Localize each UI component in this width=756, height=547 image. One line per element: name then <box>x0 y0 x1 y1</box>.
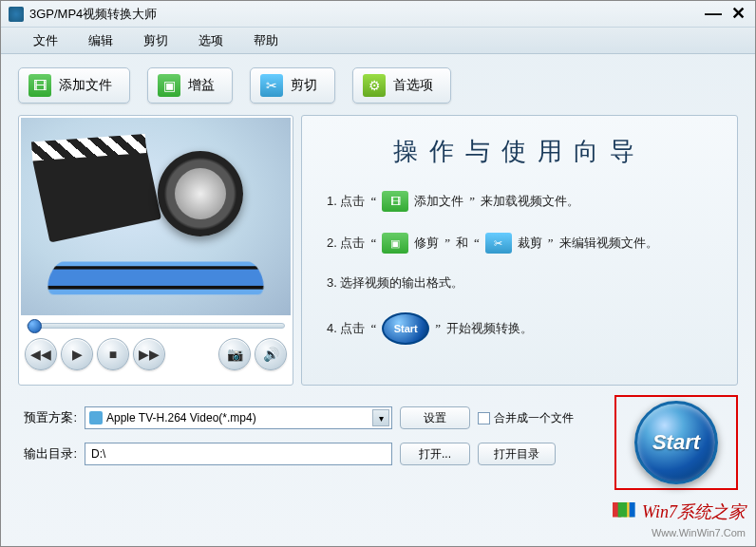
play-button[interactable]: ▶ <box>61 338 93 370</box>
cut-label: 剪切 <box>291 77 317 94</box>
scissors-icon: ✂ <box>260 74 283 97</box>
settings-button[interactable]: 设置 <box>400 406 470 429</box>
add-file-icon: 🎞 <box>28 74 51 97</box>
guide-panel: 操作与使用向导 1. 点击 “ 🎞 添加文件 ” 来加载视频文件。 2. 点击 … <box>301 115 738 386</box>
watermark: Win7系统之家 Www.WinWin7.Com <box>613 500 746 541</box>
merge-label: 合并成一个文件 <box>494 410 574 426</box>
guide-step-2: 2. 点击 “ ▣ 修剪 ” 和 “ ✂ 裁剪 ” 来编辑视频文件。 <box>327 233 712 254</box>
guide-step-1: 1. 点击 “ 🎞 添加文件 ” 来加载视频文件。 <box>327 191 712 212</box>
rewind-button[interactable]: ◀◀ <box>25 338 57 370</box>
guide-title: 操作与使用向导 <box>327 135 712 168</box>
clapperboard-graphic <box>32 136 161 243</box>
app-icon <box>9 7 24 22</box>
step1-suffix: 来加载视频文件。 <box>481 193 579 210</box>
merge-checkbox-wrap[interactable]: 合并成一个文件 <box>478 410 574 426</box>
start-button[interactable]: Start <box>634 401 718 484</box>
forward-button[interactable]: ▶▶ <box>133 338 165 370</box>
player-controls: ◀◀ ▶ ■ ▶▶ 📷 🔊 <box>21 332 291 376</box>
step1-prefix: 1. 点击 <box>327 193 365 210</box>
seek-slider[interactable] <box>27 323 285 329</box>
seek-thumb[interactable] <box>28 319 42 333</box>
step3-text: 3. 选择视频的输出格式。 <box>327 274 463 292</box>
bottom-form: 预置方案: Apple TV-H.264 Video(*.mp4) ▾ 设置 合… <box>1 386 755 465</box>
preview-image <box>21 118 291 315</box>
add-file-button[interactable]: 🎞 添加文件 <box>18 67 130 104</box>
open-button[interactable]: 打开... <box>400 443 470 465</box>
start-mini-icon: Start <box>382 312 429 345</box>
menu-options[interactable]: 选项 <box>198 32 223 49</box>
step4-prefix: 4. 点击 <box>327 320 365 337</box>
window-title: 3GP/MP4视频转换大师 <box>29 6 157 23</box>
start-highlight-box: Start <box>614 395 738 490</box>
add-file-icon: 🎞 <box>382 191 408 212</box>
titlebar: 3GP/MP4视频转换大师 — ✕ <box>1 1 755 28</box>
preset-label: 预置方案: <box>18 409 77 426</box>
preferences-label: 首选项 <box>393 77 433 94</box>
menu-file[interactable]: 文件 <box>33 32 58 49</box>
step2-suffix: 来编辑视频文件。 <box>559 235 658 252</box>
watermark-line2: Www.WinWin7.Com <box>613 525 746 541</box>
guide-step-3: 3. 选择视频的输出格式。 <box>327 274 712 292</box>
filmstrip-graphic <box>44 262 268 295</box>
cut-button[interactable]: ✂ 剪切 <box>250 67 335 104</box>
app-window: 3GP/MP4视频转换大师 — ✕ 文件 编辑 剪切 选项 帮助 🎞 添加文件 … <box>0 0 756 547</box>
toolbar: 🎞 添加文件 ▣ 增益 ✂ 剪切 ⚙ 首选项 <box>1 54 755 115</box>
step2-prefix: 2. 点击 <box>327 235 365 252</box>
merge-checkbox[interactable] <box>478 412 490 424</box>
gear-icon: ⚙ <box>363 74 386 97</box>
trim-icon: ▣ <box>382 233 408 254</box>
preset-type-icon <box>89 411 103 424</box>
crop-icon: ✂ <box>485 233 512 254</box>
menu-cut[interactable]: 剪切 <box>143 32 168 49</box>
film-reel-graphic <box>158 151 243 236</box>
step1-btn-label: 添加文件 <box>414 193 463 210</box>
stop-button[interactable]: ■ <box>97 338 129 370</box>
step4-suffix: 开始视频转换。 <box>446 320 533 337</box>
preferences-button[interactable]: ⚙ 首选项 <box>352 67 451 104</box>
output-label: 输出目录: <box>18 445 77 462</box>
step2-mid: 和 <box>456 235 468 252</box>
guide-step-4: 4. 点击 “ Start ” 开始视频转换。 <box>327 312 712 345</box>
close-button[interactable]: ✕ <box>731 6 746 21</box>
volume-button[interactable]: 🔊 <box>255 338 287 370</box>
step2-btn1-label: 修剪 <box>414 235 439 252</box>
preset-select[interactable]: Apple TV-H.264 Video(*.mp4) ▾ <box>85 406 392 429</box>
gain-button[interactable]: ▣ 增益 <box>147 67 233 104</box>
menu-edit[interactable]: 编辑 <box>88 32 113 49</box>
step2-btn2-label: 裁剪 <box>518 235 542 252</box>
open-dir-button[interactable]: 打开目录 <box>478 443 556 465</box>
add-file-label: 添加文件 <box>59 77 112 94</box>
gain-icon: ▣ <box>158 74 180 97</box>
preset-value: Apple TV-H.264 Video(*.mp4) <box>106 411 256 424</box>
snapshot-button[interactable]: 📷 <box>218 338 251 370</box>
menu-help[interactable]: 帮助 <box>254 32 278 49</box>
minimize-button[interactable]: — <box>705 6 722 21</box>
windows-flag-icon <box>613 502 635 518</box>
preview-panel: ◀◀ ▶ ■ ▶▶ 📷 🔊 <box>18 115 293 386</box>
menubar: 文件 编辑 剪切 选项 帮助 <box>1 28 755 54</box>
gain-label: 增益 <box>188 77 215 94</box>
watermark-line1: Win7系统之家 <box>642 502 746 521</box>
output-dir-input[interactable] <box>85 443 392 465</box>
chevron-down-icon[interactable]: ▾ <box>372 409 389 426</box>
